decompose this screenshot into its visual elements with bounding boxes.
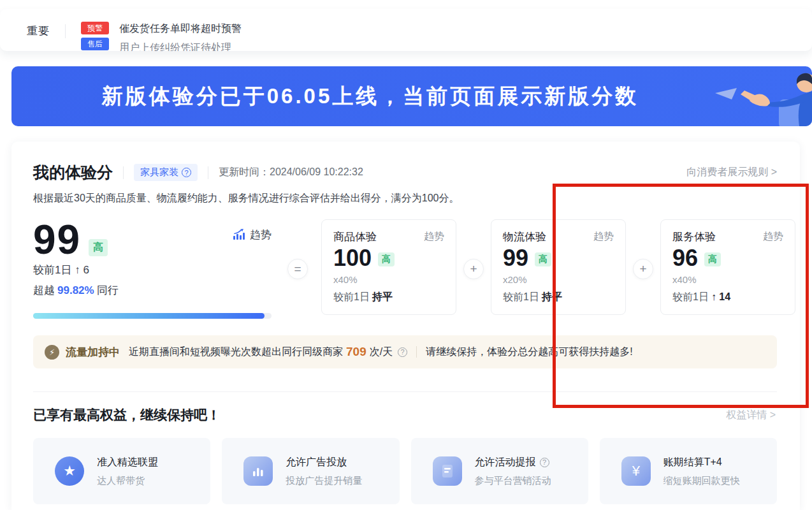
trend-link[interactable]: 趋势 <box>593 230 614 244</box>
sub-score-value: 96 <box>672 245 698 271</box>
aftersale-badge: 售后 <box>81 38 109 50</box>
benefit-title: 准入精选联盟 <box>97 456 158 469</box>
traffic-tip: 请继续保持，体验分总分越高可获得扶持越多! <box>426 346 632 359</box>
update-time: 更新时间：2024/06/09 10:22:32 <box>219 166 363 179</box>
total-delta-value: ↑ 6 <box>75 264 89 276</box>
benefit-title: 账期结算T+4 <box>663 456 740 469</box>
benefit-cards: ★ 准入精选联盟 达人帮带货 允许广告 <box>33 438 777 504</box>
ad-chart-icon <box>243 456 273 486</box>
score-progress-fill <box>33 313 265 319</box>
benefits-detail-link[interactable]: 权益详情 > <box>726 409 776 422</box>
total-score-value: 99 <box>33 219 81 260</box>
sub-score-value: 100 <box>333 245 372 271</box>
star-icon: ★ <box>55 456 84 486</box>
yuan-settlement-icon: ¥ <box>621 456 651 486</box>
sub-score-delta: 较前1日↑ 14 <box>672 291 783 304</box>
divider <box>123 166 124 179</box>
trend-link[interactable]: 趋势 <box>233 227 272 242</box>
question-circle-icon[interactable] <box>540 458 549 467</box>
sub-score-weight: x40% <box>672 274 783 285</box>
benefit-title: 允许广告投放 <box>286 456 362 469</box>
divider <box>65 24 66 38</box>
sub-score-delta: 较前1日持平 <box>503 291 614 304</box>
benefit-card-alliance[interactable]: ★ 准入精选联盟 达人帮带货 <box>33 438 210 504</box>
trend-link[interactable]: 趋势 <box>763 230 783 244</box>
score-card-header: 我的体验分 家具家装 更新时间：2024/06/09 10:22:32 向消费者… <box>33 162 777 183</box>
category-badge[interactable]: 家具家装 <box>134 164 198 181</box>
equals-sign: = <box>287 259 308 279</box>
sub-score-weight: x40% <box>333 274 444 285</box>
page-title: 我的体验分 <box>33 162 113 183</box>
traffic-text: 近期直播间和短视频曝光次数超出同行同级商家 <box>129 346 343 359</box>
level-badge: 高 <box>704 252 721 266</box>
sub-score-name: 物流体验 <box>503 229 546 244</box>
benefits-section: 已享有最高权益，继续保持吧！ 权益详情 > ★ 准入精选联盟 达人帮带货 <box>33 391 777 504</box>
traffic-status: 流量加持中 <box>66 345 120 360</box>
sub-score-card-product: 商品体验 趋势 100 高 x40% 较前1日持平 <box>321 219 456 315</box>
banner-text: 新版体验分已于06.05上线，当前页面展示新版分数 <box>102 82 722 111</box>
trend-label: 趋势 <box>250 228 272 242</box>
new-version-banner[interactable]: 新版体验分已于06.05上线，当前页面展示新版分数 <box>11 66 812 126</box>
warning-badge: 预警 <box>81 22 109 34</box>
person-waving-icon <box>704 66 812 126</box>
consumer-rules-link[interactable]: 向消费者展示规则 > <box>686 166 777 179</box>
sub-score-card-service: 服务体验 趋势 96 高 x40% 较前1日↑ 14 <box>660 219 795 315</box>
score-card: 我的体验分 家具家装 更新时间：2024/06/09 10:22:32 向消费者… <box>11 142 800 510</box>
plus-sign: + <box>463 259 484 279</box>
surpass-line: 超越99.82%同行 <box>33 283 272 298</box>
question-circle-icon[interactable] <box>182 168 191 177</box>
notification-bar: 重要 预警 售后 催发货任务单即将超时预警 用户上传纠纷凭证待处理 <box>0 9 812 51</box>
question-circle-icon[interactable] <box>398 347 407 357</box>
benefits-title: 已享有最高权益，继续保持吧！ <box>33 406 221 424</box>
benefit-subtitle: 达人帮带货 <box>97 475 158 487</box>
benefit-subtitle: 缩短账期回款更快 <box>663 475 740 487</box>
notification-badges: 预警 售后 <box>81 22 109 50</box>
benefit-card-ads[interactable]: 允许广告投放 投放广告提升销量 <box>222 438 399 504</box>
benefit-card-settlement[interactable]: ¥ 账期结算T+4 缩短账期回款更快 <box>600 438 777 504</box>
level-badge: 高 <box>89 239 108 256</box>
experience-score-page: 重要 预警 售后 催发货任务单即将超时预警 用户上传纠纷凭证待处理 新版体验分已… <box>0 0 812 510</box>
document-icon <box>433 456 462 486</box>
total-score-block: 99 高 趋势 较前1日 ↑ 6 <box>33 219 272 319</box>
total-delta: 较前1日 ↑ 6 <box>33 263 272 277</box>
importance-label: 重要 <box>27 22 50 38</box>
sub-score-delta: 较前1日持平 <box>333 291 444 304</box>
level-badge: 高 <box>535 252 551 266</box>
notification-message[interactable]: 用户上传纠纷凭证待处理 <box>119 41 242 51</box>
sub-score-card-logistics: 物流体验 趋势 99 高 x20% 较前1日持平 <box>491 219 626 315</box>
benefit-title: 允许活动提报 <box>475 456 551 469</box>
divider <box>208 166 208 179</box>
traffic-unit: 次/天 <box>370 346 393 359</box>
plus-sign: + <box>633 259 653 279</box>
notification-messages: 催发货任务单即将超时预警 用户上传纠纷凭证待处理 <box>119 22 242 51</box>
divider <box>416 346 417 358</box>
sub-score-weight: x20% <box>503 274 614 285</box>
score-progress-track <box>33 313 272 319</box>
lightning-icon: ⚡ <box>45 345 59 360</box>
benefit-subtitle: 投放广告提升销量 <box>286 475 362 487</box>
benefit-card-campaign[interactable]: 允许活动提报 参与平台营销活动 <box>411 438 588 504</box>
category-label: 家具家装 <box>140 166 178 178</box>
traffic-highlight-value: 709 <box>346 345 366 359</box>
sub-score-name: 服务体验 <box>672 229 716 244</box>
trend-link[interactable]: 趋势 <box>424 230 444 244</box>
notification-message[interactable]: 催发货任务单即将超时预警 <box>119 22 242 36</box>
sub-score-name: 商品体验 <box>333 229 377 244</box>
score-description: 根据最近30天的商品质量、物流履约能力、服务情况进行综合评估并给出得分，满分为1… <box>33 192 777 205</box>
sub-score-value: 99 <box>503 245 528 271</box>
score-breakdown-row: 99 高 趋势 较前1日 ↑ 6 <box>33 219 777 319</box>
bar-chart-trend-icon <box>233 229 245 240</box>
benefit-subtitle: 参与平台营销活动 <box>475 475 551 487</box>
traffic-boost-banner: ⚡ 流量加持中 近期直播间和短视频曝光次数超出同行同级商家 709 次/天 请继… <box>33 335 777 368</box>
surpass-percent: 99.82% <box>57 284 94 296</box>
level-badge: 高 <box>378 252 395 266</box>
